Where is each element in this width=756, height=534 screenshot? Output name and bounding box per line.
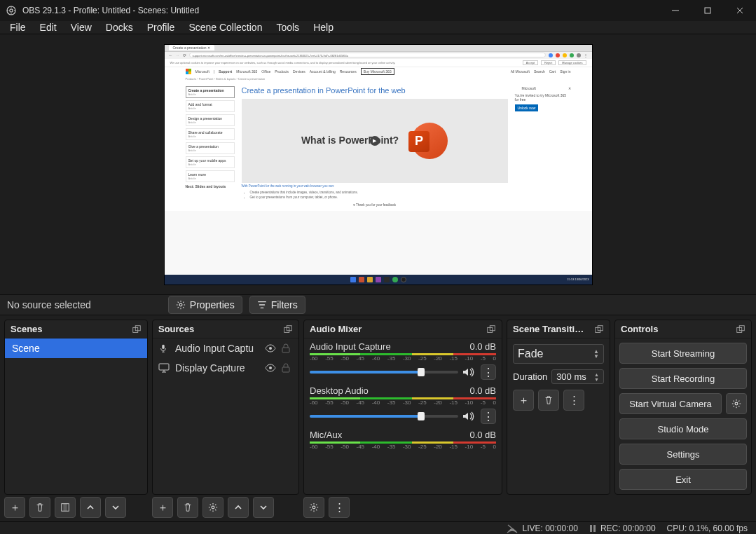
cookie-manage: Manage cookies [558, 60, 586, 65]
remove-source-button[interactable] [177, 497, 198, 518]
back-icon: ← [169, 53, 173, 57]
channel-level: 0.0 dB [469, 385, 496, 396]
menu-profile[interactable]: Profile [147, 22, 175, 33]
preview-canvas[interactable]: Create a presentation ✕ ← → ⟳ support.mi… [164, 44, 593, 285]
channel-level: 0.0 dB [469, 341, 496, 352]
svg-rect-26 [593, 525, 596, 532]
svg-rect-10 [282, 348, 289, 352]
menu-file[interactable]: File [10, 22, 26, 33]
source-status: No source selected [7, 299, 91, 310]
add-source-button[interactable]: ＋ [152, 497, 173, 518]
scene-filters-button[interactable] [55, 497, 76, 518]
channel-menu-button[interactable]: ⋮ [481, 364, 496, 380]
popout-icon[interactable] [736, 324, 745, 334]
add-scene-button[interactable]: ＋ [4, 497, 25, 518]
speaker-icon[interactable] [462, 367, 476, 377]
breadcrumb: Products › PowerPoint › Slides & layouts… [165, 76, 592, 82]
channel-menu-button[interactable]: ⋮ [481, 409, 496, 424]
volume-slider[interactable] [310, 371, 458, 374]
scene-moveup-button[interactable] [80, 497, 101, 518]
audio-mixer-panel: Audio Mixer Audio Input Capture0.0 dB -6… [303, 320, 502, 495]
scene-item[interactable]: Scene [5, 338, 147, 358]
controls-title: Controls [621, 324, 658, 334]
mixer-advanced-button[interactable] [303, 497, 324, 518]
svg-rect-11 [159, 364, 169, 370]
source-item[interactable]: Audio Input Captu [153, 338, 298, 358]
svg-point-1 [10, 9, 13, 12]
studio-mode-button[interactable]: Studio Mode [619, 418, 747, 439]
transition-options-button[interactable]: ⋮ [563, 390, 584, 411]
menu-help[interactable]: Help [313, 22, 334, 33]
lock-icon[interactable] [282, 363, 293, 373]
chevron-updown-icon: ▲▼ [594, 372, 599, 382]
microsoft-logo-icon [186, 69, 191, 74]
source-moveup-button[interactable] [228, 497, 249, 518]
add-transition-button[interactable]: ＋ [513, 390, 534, 411]
preview-area[interactable]: Create a presentation ✕ ← → ⟳ support.mi… [0, 34, 756, 294]
channel-name: Audio Input Capture [310, 341, 391, 352]
start-streaming-button[interactable]: Start Streaming [619, 343, 747, 364]
properties-button[interactable]: Properties [168, 296, 242, 314]
sources-title: Sources [158, 324, 194, 334]
menu-edit[interactable]: Edit [40, 22, 57, 33]
duration-spinner[interactable]: 300 ms ▲▼ [551, 369, 604, 384]
scene-movedown-button[interactable] [105, 497, 126, 518]
remove-transition-button[interactable] [538, 390, 559, 411]
article-sidebar: Create a presentationArticle Add and for… [186, 86, 235, 207]
minimize-button[interactable] [659, 0, 692, 21]
popout-icon[interactable] [486, 324, 496, 334]
app-icon [6, 5, 17, 16]
remove-scene-button[interactable] [29, 497, 50, 518]
virtual-camera-settings-button[interactable] [726, 393, 747, 414]
rec-status: REC: 00:00:00 [589, 523, 656, 533]
eye-icon[interactable] [265, 364, 276, 372]
source-properties-button[interactable] [202, 497, 224, 518]
pause-icon [589, 524, 596, 533]
menu-scene-collection[interactable]: Scene Collection [188, 22, 262, 33]
filters-button[interactable]: Filters [249, 296, 305, 314]
channel-name: Desktop Audio [310, 385, 369, 396]
popout-icon[interactable] [132, 324, 142, 334]
ext-icon [549, 53, 553, 57]
svg-rect-2 [705, 8, 710, 13]
volume-slider[interactable] [310, 415, 458, 418]
source-movedown-button[interactable] [253, 497, 274, 518]
level-meter: -60-55-50-45-40-35-30-25-20-15-10-50 [310, 353, 496, 363]
chevron-updown-icon: ▲▼ [593, 349, 599, 359]
promo-panel: Microsoft✕ You're invited to try Microso… [515, 86, 571, 207]
cookie-message: We use optional cookies to improve your … [170, 61, 523, 64]
dock-panels: Scenes Scene Sources Audio Input Captu D… [0, 315, 756, 495]
svg-rect-22 [63, 504, 67, 512]
menu-view[interactable]: View [71, 22, 92, 33]
powerpoint-icon: P [406, 120, 448, 162]
source-item[interactable]: Display Capture [153, 358, 298, 378]
start-virtual-camera-button[interactable]: Start Virtual Camera [619, 393, 722, 414]
reload-icon: ⟳ [183, 53, 186, 57]
svg-point-23 [212, 506, 214, 509]
menu-tools[interactable]: Tools [276, 22, 299, 33]
svg-point-9 [269, 347, 272, 350]
popout-icon[interactable] [594, 324, 604, 334]
forward-icon: → [176, 53, 180, 57]
address-bar: support.microsoft.com/en-us/office/creat… [189, 53, 546, 57]
article-main: Create a presentation in PowerPoint for … [242, 86, 508, 207]
lock-icon[interactable] [282, 343, 293, 353]
eye-icon[interactable] [265, 344, 276, 352]
captured-browser: Create a presentation ✕ ← → ⟳ support.mi… [165, 45, 592, 275]
title-bar: OBS 29.1.3 - Profile: Untitled - Scenes:… [0, 0, 756, 21]
start-recording-button[interactable]: Start Recording [619, 368, 747, 389]
menu-docks[interactable]: Docks [106, 22, 133, 33]
sources-panel: Sources Audio Input Captu Display Captur… [152, 320, 299, 495]
speaker-icon[interactable] [462, 411, 476, 421]
mic-icon [158, 343, 170, 353]
popout-icon[interactable] [283, 324, 293, 334]
channel-level: 0.0 dB [469, 430, 496, 440]
source-toolbar: No source selected Properties Filters [0, 294, 756, 315]
mixer-menu-button[interactable]: ⋮ [329, 497, 350, 518]
transition-select[interactable]: Fade ▲▼ [513, 344, 604, 364]
close-button[interactable] [724, 0, 756, 21]
exit-button[interactable]: Exit [619, 469, 747, 490]
cookie-accept: Accept [523, 60, 538, 65]
maximize-button[interactable] [692, 0, 724, 21]
settings-button[interactable]: Settings [619, 444, 747, 465]
